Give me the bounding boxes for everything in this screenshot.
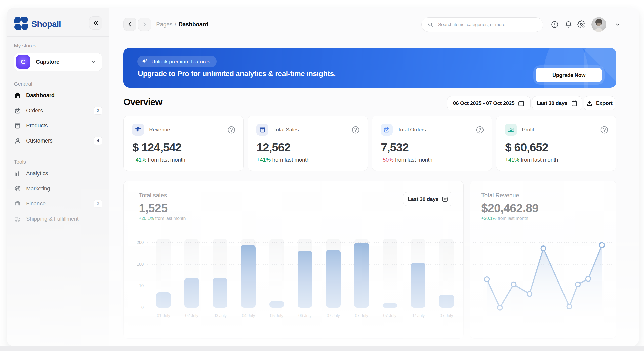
overview-header: Overview 06 Oct 2025 - 07 Oct 2025 Last … (123, 96, 616, 110)
sidebar-item-orders[interactable]: Orders 2 (14, 103, 102, 118)
chevron-down-icon[interactable] (612, 19, 623, 30)
main-area: Pages / Dashboard (109, 8, 639, 346)
calendar-icon (441, 196, 448, 202)
stat-delta: -50% from last month (381, 157, 432, 163)
stat-card-revenue: Revenue $ 124,542 +41% from last month (123, 116, 244, 171)
delta-value: +20.1% (139, 216, 154, 221)
export-button[interactable]: Export (584, 96, 615, 110)
help-icon[interactable] (351, 126, 360, 135)
x-axis-label: 07 July (375, 313, 405, 318)
chart-period-select[interactable]: Last 30 days (403, 192, 453, 206)
data-point-marker (511, 282, 516, 287)
shopping-bag-icon (14, 107, 21, 114)
bank-icon (14, 200, 21, 207)
breadcrumb-section[interactable]: Pages (156, 21, 172, 28)
stat-card-header: Profit (505, 124, 534, 136)
sidebar-item-customers[interactable]: Customers 4 (14, 133, 102, 148)
target-icon (14, 185, 21, 192)
sidebar-item-products[interactable]: Products (14, 118, 102, 133)
double-chevron-left-icon (93, 20, 99, 26)
page-bottom-strip (0, 346, 644, 351)
bar-track (383, 239, 397, 308)
bar[interactable] (269, 301, 284, 308)
search-input[interactable] (438, 22, 537, 27)
chart-delta: +20.1% from last month (139, 216, 186, 221)
download-icon (586, 100, 593, 107)
data-point-marker (527, 292, 532, 296)
data-point-marker (498, 305, 502, 310)
sidebar-collapse-button[interactable] (89, 16, 102, 30)
sidebar-item-label: Orders (26, 107, 43, 114)
bar[interactable] (156, 292, 171, 308)
bar[interactable] (439, 295, 454, 308)
stat-card-header: Revenue (132, 124, 170, 136)
app-canvas: Shopall My stores C Capstore Genaral (7, 8, 639, 346)
bar[interactable] (213, 278, 227, 308)
stat-cards: Revenue $ 124,542 +41% from last month T… (123, 116, 616, 171)
data-point-marker (575, 282, 580, 287)
breadcrumb-current: Dashboard (178, 21, 208, 28)
help-icon[interactable] (600, 126, 609, 135)
bar[interactable] (411, 263, 425, 308)
stat-delta: +41% from last month (132, 157, 185, 163)
chart-title: Total sales (139, 192, 167, 199)
x-axis-label: 06 July (290, 313, 320, 318)
x-axis-label: 07 July (346, 313, 377, 318)
period-label: Last 30 days (537, 100, 567, 106)
bar[interactable] (298, 251, 312, 308)
sidebar-item-marketing[interactable]: Marketing (14, 181, 102, 196)
stat-card-profit: Profit $ 60,652 +41% from last month (496, 116, 616, 171)
bar[interactable] (354, 243, 369, 308)
sparkle-icon (141, 58, 148, 65)
back-button[interactable] (123, 18, 136, 31)
upgrade-now-button[interactable]: Upgrade Now (536, 68, 602, 82)
sidebar-item-dashboard[interactable]: Dashboard (14, 88, 102, 103)
sidebar-item-label: Finance (26, 200, 46, 207)
store-name: Capstore (36, 59, 91, 65)
stat-delta: +41% from last month (257, 157, 310, 163)
topbar: Pages / Dashboard (123, 17, 616, 31)
sidebar-item-label: Dashboard (26, 92, 55, 99)
x-axis-label: 04 July (233, 313, 263, 318)
count-badge: 2 (94, 107, 102, 115)
sidebar-item-finance[interactable]: Finance 2 (14, 196, 102, 211)
chevron-down-icon (91, 59, 97, 65)
chart-total: 1,525 (139, 202, 168, 214)
app-title: Shopall (31, 19, 61, 29)
logo-row: Shopall (14, 16, 102, 30)
archive-box-icon (256, 124, 268, 136)
data-point-marker (599, 243, 604, 248)
sidebar-item-analytics[interactable]: Analytics (14, 166, 102, 181)
date-range-button[interactable]: 06 Oct 2025 - 07 Oct 2025 (447, 96, 531, 110)
sidebar-item-label: Shipping & Fulfillment (26, 216, 78, 222)
sidebar-item-label: Products (26, 122, 48, 129)
bar[interactable] (383, 303, 397, 308)
bar[interactable] (184, 278, 199, 308)
sidebar-item-label: Marketing (26, 185, 50, 192)
divider (7, 152, 109, 152)
gear-icon[interactable] (576, 19, 587, 30)
banner-heading: Upgrade to Pro for unlimited analytics &… (138, 69, 336, 78)
x-axis-label: 07 July (318, 313, 348, 318)
period-select[interactable]: Last 30 days (532, 96, 582, 110)
data-point-marker (484, 277, 489, 282)
sidebar-item-label: Analytics (26, 170, 48, 177)
export-label: Export (596, 100, 613, 106)
help-icon[interactable] (227, 126, 236, 135)
sidebar-item-shipping-fulfillment[interactable]: Shipping & Fulfillment (14, 211, 102, 226)
box-icon (14, 122, 21, 129)
banknote-icon (505, 124, 517, 136)
store-selector[interactable]: C Capstore (14, 53, 102, 71)
avatar[interactable] (591, 17, 606, 32)
help-icon[interactable] (476, 126, 484, 135)
forward-button[interactable] (138, 18, 151, 31)
alert-circle-icon[interactable] (549, 19, 560, 30)
stat-card-header: Total Orders (381, 124, 426, 136)
bar[interactable] (241, 245, 256, 308)
bell-icon[interactable] (563, 19, 574, 30)
bar[interactable] (326, 250, 341, 308)
x-axis-label: 03 July (205, 313, 235, 318)
stat-label: Total Sales (273, 127, 299, 133)
home-icon (14, 92, 21, 99)
section-label: Tools (14, 159, 26, 165)
